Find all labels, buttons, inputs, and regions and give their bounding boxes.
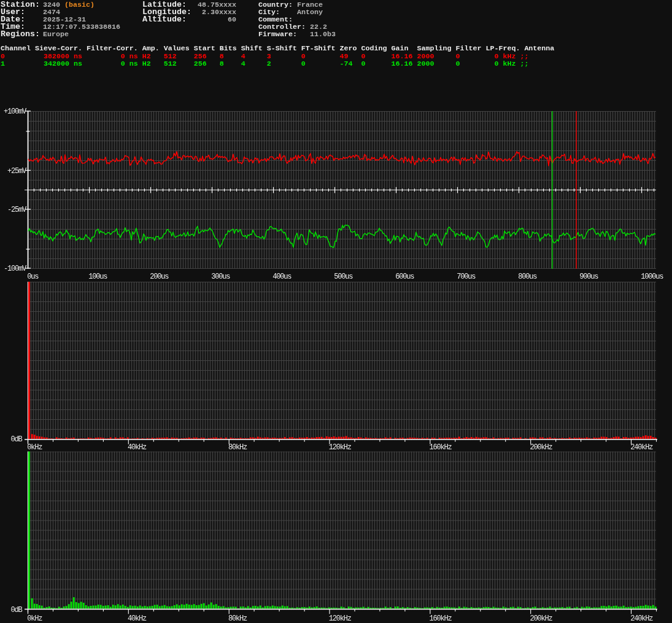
svg-text:240kHz: 240kHz: [630, 443, 653, 452]
svg-text:-25mV: -25mV: [7, 206, 27, 214]
svg-text:+25mV: +25mV: [7, 167, 27, 176]
svg-text:500us: 500us: [334, 273, 353, 281]
svg-text:160kHz: 160kHz: [430, 614, 452, 623]
svg-text:700us: 700us: [457, 273, 476, 281]
svg-text:120kHz: 120kHz: [329, 443, 352, 452]
svg-text:1000us: 1000us: [641, 273, 663, 281]
svg-text:80kHz: 80kHz: [228, 443, 247, 452]
svg-text:800us: 800us: [518, 273, 537, 281]
svg-text:0us: 0us: [27, 273, 39, 281]
svg-text:100us: 100us: [88, 273, 107, 281]
svg-text:0kHz: 0kHz: [27, 443, 42, 452]
svg-text:200kHz: 200kHz: [530, 443, 552, 452]
svg-text:900us: 900us: [579, 273, 598, 281]
svg-text:600us: 600us: [395, 273, 414, 281]
svg-text:0dB: 0dB: [10, 606, 22, 614]
svg-text:40kHz: 40kHz: [128, 443, 147, 452]
svg-text:0dB: 0dB: [10, 435, 22, 444]
svg-text:80kHz: 80kHz: [228, 614, 247, 623]
svg-text:200kHz: 200kHz: [530, 614, 552, 623]
svg-text:+100mV: +100mV: [4, 107, 27, 116]
svg-text:300us: 300us: [211, 273, 230, 281]
svg-text:0kHz: 0kHz: [27, 614, 42, 623]
svg-text:200us: 200us: [150, 273, 169, 281]
svg-text:160kHz: 160kHz: [430, 443, 452, 452]
svg-text:40kHz: 40kHz: [128, 614, 147, 623]
svg-text:-100mV: -100mV: [4, 265, 27, 273]
svg-text:400us: 400us: [272, 273, 292, 281]
svg-text:240kHz: 240kHz: [630, 614, 653, 623]
svg-text:120kHz: 120kHz: [329, 614, 352, 623]
